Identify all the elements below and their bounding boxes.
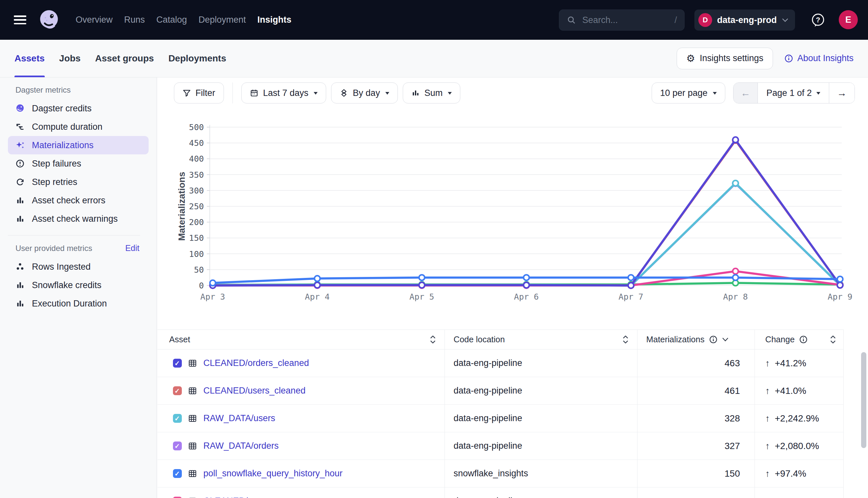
nav-item-overview[interactable]: Overview [76, 15, 113, 25]
asset-link[interactable]: RAW_DATA/users [204, 413, 276, 423]
table-row: ✓poll_snowflake_query_history_hoursnowfl… [157, 460, 844, 487]
arrow-up-icon: ↑ [765, 469, 770, 479]
data-point[interactable] [419, 275, 424, 280]
scrollbar-thumb[interactable] [861, 352, 866, 448]
data-point[interactable] [210, 280, 215, 286]
data-point[interactable] [419, 283, 424, 288]
asset-link[interactable]: CLEANED/… [204, 496, 257, 498]
sidebar-item-snowflake-credits[interactable]: Snowflake credits [8, 276, 149, 294]
search-input[interactable]: / [559, 10, 685, 30]
sidebar-item-label: Asset check warnings [32, 214, 118, 224]
sort-icon[interactable] [622, 335, 629, 344]
change-value: +4,600.0% [775, 496, 819, 498]
data-point[interactable] [732, 268, 738, 274]
sidebar-item-asset-check-errors[interactable]: Asset check errors [8, 191, 149, 210]
about-insights-link[interactable]: About Insights [784, 53, 854, 63]
info-icon[interactable] [709, 335, 718, 344]
deployment-switcher[interactable]: D data-eng-prod [694, 10, 795, 30]
bars-icon [15, 280, 25, 290]
granularity-button[interactable]: By day [331, 82, 398, 104]
tab-deployments[interactable]: Deployments [168, 40, 226, 77]
data-point[interactable] [837, 276, 843, 282]
sidebar-item-materializations[interactable]: Materializations [8, 136, 149, 154]
tab-assets[interactable]: Assets [14, 40, 45, 77]
sparkle-icon [15, 141, 25, 150]
user-avatar[interactable]: E [839, 10, 858, 29]
bars-icon [15, 196, 25, 205]
sidebar-item-step-retries[interactable]: Step retries [8, 173, 149, 191]
series-checkbox[interactable]: ✓ [173, 359, 182, 368]
tab-asset-groups[interactable]: Asset groups [95, 40, 154, 77]
table-row: ✓CLEANED/orders_cleaneddata-eng-pipeline… [157, 350, 844, 377]
prev-page-button[interactable]: ← [733, 83, 758, 103]
dagster-icon [15, 104, 25, 113]
table-asset-icon [188, 359, 197, 368]
search-field[interactable] [582, 15, 669, 26]
data-point[interactable] [628, 283, 634, 288]
table-asset-icon [188, 497, 197, 498]
info-icon[interactable] [799, 335, 808, 344]
data-point[interactable] [314, 283, 320, 288]
menu-icon[interactable] [14, 15, 26, 24]
sidebar-item-dagster-credits[interactable]: Dagster credits [8, 99, 149, 118]
tab-jobs[interactable]: Jobs [59, 40, 80, 77]
change-value: +41.2% [775, 358, 806, 369]
materializations-value: 327 [725, 441, 740, 451]
filter-button[interactable]: Filter [174, 82, 224, 104]
help-icon[interactable]: ? [811, 13, 825, 27]
sidebar-item-compute-duration[interactable]: Compute duration [8, 118, 149, 136]
arrow-up-icon: ↑ [765, 413, 770, 424]
col-location-label: Code location [454, 335, 505, 344]
bar-chart-icon [411, 89, 420, 97]
code-location-value: data-eng-pipeline [454, 496, 522, 498]
nav-item-runs[interactable]: Runs [124, 15, 145, 25]
next-page-button[interactable]: → [829, 83, 855, 103]
x-tick-label: Apr 9 [828, 292, 852, 302]
nav-item-catalog[interactable]: Catalog [156, 15, 187, 25]
insights-settings-button[interactable]: ⚙ Insights settings [677, 48, 773, 69]
sidebar-item-asset-check-warnings[interactable]: Asset check warnings [8, 210, 149, 228]
asset-link[interactable]: CLEANED/orders_cleaned [204, 358, 309, 368]
data-point[interactable] [732, 180, 738, 186]
series-checkbox[interactable]: ✓ [173, 442, 182, 450]
y-tick-label: 150 [189, 233, 204, 243]
series-checkbox[interactable]: ✓ [173, 414, 182, 423]
asset-link[interactable]: poll_snowflake_query_history_hour [204, 469, 343, 479]
sort-icon[interactable] [430, 335, 436, 344]
data-point[interactable] [314, 276, 320, 281]
top-navigation-bar: OverviewRunsCatalogDeploymentInsights / … [0, 0, 868, 40]
materializations-value: 47 [730, 496, 740, 498]
sort-icon[interactable] [830, 335, 836, 344]
edit-metrics-link[interactable]: Edit [125, 244, 139, 253]
series-checkbox[interactable]: ✓ [173, 497, 182, 498]
series-checkbox[interactable]: ✓ [173, 386, 182, 395]
asset-link[interactable]: CLEANED/users_cleaned [204, 386, 306, 396]
asset-link[interactable]: RAW_DATA/orders [204, 441, 279, 451]
chevron-down-icon[interactable] [722, 337, 729, 342]
series-line-cleaned-users-cleaned[interactable] [213, 140, 840, 286]
date-range-button[interactable]: Last 7 days [241, 82, 326, 104]
sidebar-item-step-failures[interactable]: Step failures [8, 154, 149, 173]
series-checkbox[interactable]: ✓ [173, 469, 182, 478]
sidebar-item-execution-duration[interactable]: Execution Duration [8, 294, 149, 313]
insights-settings-label: Insights settings [700, 53, 764, 63]
data-point[interactable] [732, 275, 738, 280]
chevron-down-icon [782, 18, 789, 22]
dagster-logo-icon[interactable] [38, 9, 60, 30]
nav-item-deployment[interactable]: Deployment [199, 15, 246, 25]
retry-icon [15, 178, 25, 187]
aggregation-button[interactable]: Sum [403, 82, 461, 104]
data-point[interactable] [523, 275, 529, 280]
data-point[interactable] [837, 283, 843, 288]
nav-item-insights[interactable]: Insights [257, 15, 292, 25]
data-point[interactable] [732, 137, 738, 143]
data-point[interactable] [628, 275, 634, 280]
series-line-cleaned-orders-cleaned[interactable] [213, 140, 840, 286]
series-line-raw-data-users[interactable] [213, 183, 840, 286]
per-page-button[interactable]: 10 per page [652, 82, 725, 104]
x-tick-label: Apr 6 [514, 292, 538, 302]
page-selector-button[interactable]: Page 1 of 2 [758, 83, 829, 103]
sidebar-item-rows-ingested[interactable]: Rows Ingested [8, 258, 149, 276]
series-line-raw-data-orders[interactable] [213, 184, 840, 286]
data-point[interactable] [523, 283, 529, 288]
